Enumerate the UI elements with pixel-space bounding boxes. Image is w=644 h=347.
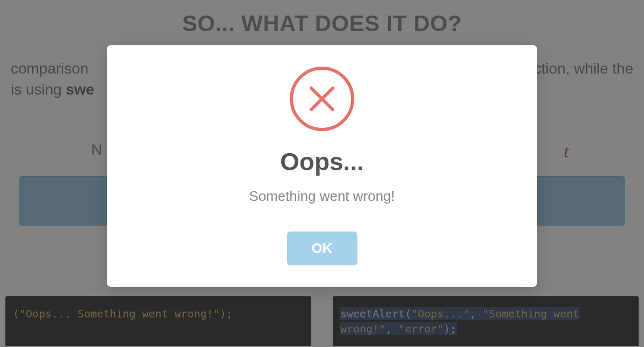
modal-text: Something went wrong!	[128, 188, 516, 205]
ok-button[interactable]: OK	[287, 232, 357, 265]
modal-title: Oops...	[128, 147, 516, 176]
error-icon	[290, 67, 354, 131]
alert-modal: Oops... Something went wrong! OK	[107, 45, 537, 287]
x-icon	[306, 83, 338, 115]
